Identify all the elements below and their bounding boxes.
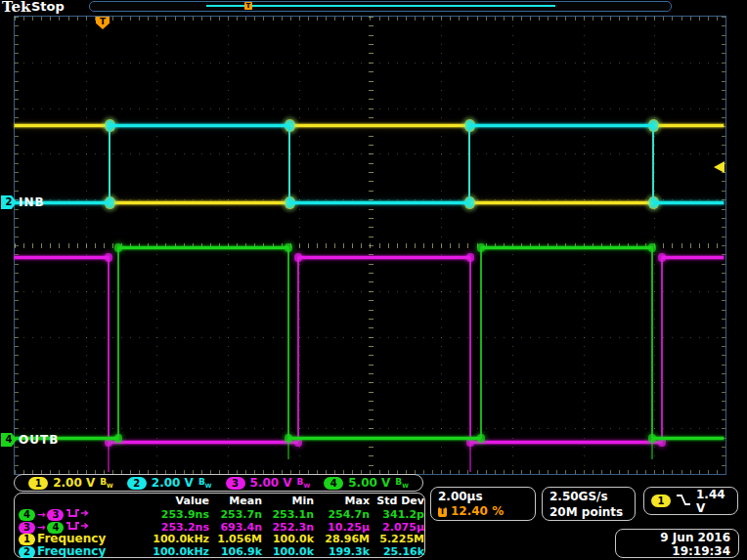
measurement-value: 25.16k <box>370 545 424 558</box>
bandwidth-limit-icon: BW <box>100 477 113 489</box>
ch4-noise-burst <box>114 434 122 443</box>
ch2-noise-burst <box>465 120 474 131</box>
ch4-trace-segment <box>481 246 652 249</box>
channel3-volts-per-div: 5.00 V <box>250 476 292 490</box>
ch2-edge <box>468 125 470 202</box>
ch4-undershoot-spike <box>287 438 289 459</box>
measurement-value: 254.7n <box>314 508 370 521</box>
ch3-noise-burst <box>105 253 112 262</box>
ch4-edge <box>651 247 653 438</box>
channel2-badge: 2 <box>127 477 147 490</box>
channel4-scale-readout[interactable]: 45.00 VBW <box>324 476 409 490</box>
falling-edge-icon <box>676 492 691 510</box>
trigger-level-arrow-icon[interactable] <box>714 161 725 173</box>
ch2-noise-burst <box>286 197 294 208</box>
measurement-header-max: Max <box>314 495 370 507</box>
channel3-scale-readout[interactable]: 35.00 VBW <box>226 476 311 490</box>
bandwidth-limit-icon: BW <box>297 477 311 489</box>
sample-rate: 2.50GS/s <box>549 489 628 504</box>
ch4-noise-burst <box>648 243 656 252</box>
ch4-noise-burst <box>477 434 485 443</box>
ch3-trace-segment <box>298 256 470 259</box>
trigger-t-icon: T <box>438 507 447 517</box>
time: 19:19:34 <box>624 544 730 558</box>
ch2-noise-burst <box>106 197 114 208</box>
channel3-badge: 3 <box>226 477 245 490</box>
measurement-row: 2Frequency100.0kHz106.9k100.0k199.3k25.1… <box>15 545 424 558</box>
ch4-noise-burst <box>285 243 292 252</box>
date: 9 Jun 2016 <box>624 531 730 544</box>
ch3-trace-segment <box>15 256 109 259</box>
measurement-table: Value Mean Min Max Std Dev 4→3253.9ns253… <box>14 493 425 558</box>
measurement-value: 341.2p <box>370 508 424 521</box>
measurement-value: 1.056M <box>209 533 262 545</box>
measurement-header-stddev: Std Dev <box>370 495 424 507</box>
ch3-edge <box>297 257 299 442</box>
ch3-edge <box>661 257 663 442</box>
ch2-noise-burst <box>649 197 658 208</box>
ch2-noise-burst <box>649 120 658 131</box>
ch2-noise-burst <box>286 120 294 131</box>
ch3-trace-segment <box>662 256 724 259</box>
channel4-label: OUTB <box>19 433 59 447</box>
ch4-trace-segment <box>118 246 288 249</box>
channel4-badge: 4 <box>324 477 343 490</box>
ch2-edge <box>109 125 110 202</box>
ch3-edge <box>469 257 471 442</box>
channel2-scale-readout[interactable]: 22.00 VBW <box>127 476 212 490</box>
ch4-edge <box>287 247 289 438</box>
measurement-value: 253.9ns <box>130 508 209 521</box>
measurement-label: 2Frequency <box>15 545 130 558</box>
measurement-value: 100.0kHz <box>130 545 209 558</box>
oscilloscope-screen: Tek Stop T T 2 INB 4 OUTB 12.00 VBW22.00… <box>0 0 747 560</box>
ch2-noise-burst <box>465 197 474 208</box>
measurement-value: 5.225M <box>370 533 424 545</box>
measurement-value: 253.1n <box>262 508 314 521</box>
ch3-noise-burst <box>466 253 474 262</box>
ch2-edge <box>288 125 290 202</box>
measurement-value: 106.9k <box>209 545 262 558</box>
bandwidth-limit-icon: BW <box>198 477 212 489</box>
trigger-readout[interactable]: 1 1.44 V <box>643 487 738 515</box>
acquisition-readout[interactable]: 2.50GS/s 20M points <box>542 487 636 521</box>
channel-readout-bar[interactable]: 12.00 VBW22.00 VBW35.00 VBW45.00 VBW <box>14 474 423 492</box>
trigger-source-badge: 1 <box>651 495 671 507</box>
trigger-position-percent: 12.40 % <box>451 504 504 519</box>
measurement-header-row: Value Mean Min Max Std Dev <box>15 495 424 507</box>
record-length: 20M points <box>549 504 628 520</box>
measurement-value: 253.7n <box>209 508 262 521</box>
ch1-trace-segment <box>15 124 110 127</box>
measurement-row: 4→3253.9ns253.7n253.1n254.7n341.2p <box>15 507 424 520</box>
ch3-edge <box>108 257 110 442</box>
ch2-edge <box>652 125 654 202</box>
ch4-trace-segment <box>288 437 481 440</box>
measurement-value: 100.0k <box>262 545 314 558</box>
channel2-label: INB <box>19 195 45 209</box>
measurement-source-badge: 3 <box>47 509 64 521</box>
measurement-value: 100.0k <box>262 533 314 545</box>
measurement-value: 100.0kHz <box>130 533 209 545</box>
ch3-trace-segment <box>109 441 298 444</box>
ch1-trace-segment <box>110 201 289 204</box>
ch3-noise-burst <box>294 253 302 262</box>
channel1-scale-readout[interactable]: 12.00 VBW <box>28 476 113 490</box>
ch2-trace-segment <box>653 201 724 204</box>
ch3-undershoot-spike <box>108 442 110 472</box>
ch3-noise-burst <box>658 253 666 262</box>
measurement-value: 199.3k <box>314 545 370 558</box>
measurement-header-value: Value <box>130 495 209 507</box>
ch1-trace-segment <box>289 124 469 127</box>
ch2-noise-burst <box>106 120 114 131</box>
datetime-readout[interactable]: 9 Jun 2016 19:19:34 <box>615 529 739 558</box>
measurement-type-label: Frequency <box>37 545 106 558</box>
measurement-header-min: Min <box>262 495 314 507</box>
ch3-trace-segment <box>470 441 662 444</box>
ch2-trace-segment <box>110 124 289 127</box>
measurement-header-mean: Mean <box>209 495 262 507</box>
timebase-readout[interactable]: 2.00µs T 12.40 % <box>430 487 536 521</box>
measurement-source-badge: 3 <box>19 522 35 534</box>
channel1-volts-per-div: 2.00 V <box>53 476 95 490</box>
ch4-edge <box>117 247 119 438</box>
channel2-volts-per-div: 2.00 V <box>152 476 194 490</box>
trigger-level: 1.44 V <box>696 488 730 515</box>
